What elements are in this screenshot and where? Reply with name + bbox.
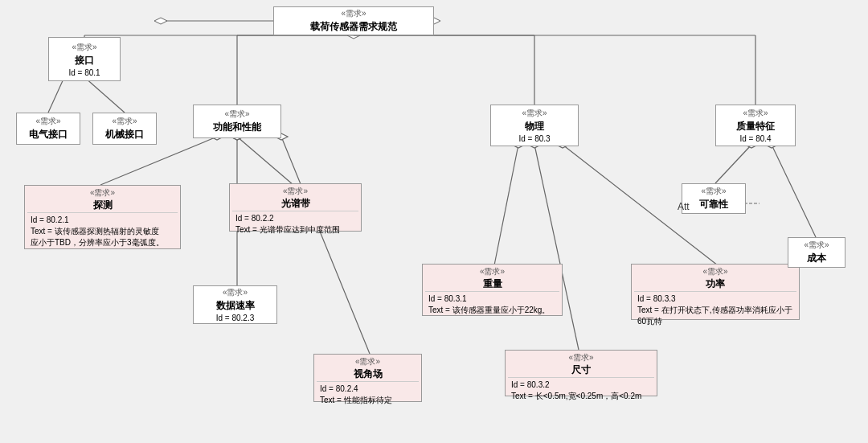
functional-stereotype: «需求»: [224, 109, 249, 120]
node-cost: «需求» 成本: [788, 237, 845, 268]
power-stereotype: «需求»: [702, 267, 727, 276]
interface-stereotype: «需求»: [72, 42, 96, 53]
quality-stereotype: «需求»: [743, 108, 768, 119]
node-mechanical: «需求» 机械接口: [92, 113, 157, 145]
node-interface: «需求» 接口 Id = 80.1: [48, 37, 121, 81]
svg-line-25: [494, 145, 518, 265]
svg-line-31: [715, 145, 751, 183]
physical-stereotype: «需求»: [522, 108, 547, 119]
spectral-id: Id = 80.2.2: [235, 213, 355, 224]
weight-title: 重量: [483, 278, 502, 289]
root-title: 载荷传感器需求规范: [310, 20, 397, 34]
svg-marker-12: [154, 18, 167, 24]
reliability-stereotype: «需求»: [701, 186, 726, 197]
power-text: Text = 在打开状态下,传感器功率消耗应小于60瓦特: [637, 305, 793, 327]
size-title: 尺寸: [571, 364, 591, 375]
spectral-stereotype: «需求»: [283, 187, 308, 195]
node-physical: «需求» 物理 Id = 80.3: [490, 105, 579, 146]
weight-body: Id = 80.3.1 Text = 该传感器重量应小于22kg。: [425, 291, 559, 318]
svg-line-33: [772, 145, 816, 237]
att-label: Att: [678, 201, 690, 212]
cost-title: 成本: [807, 252, 826, 265]
power-id: Id = 80.3.3: [637, 293, 793, 305]
power-body: Id = 80.3.3 Text = 在打开状态下,传感器功率消耗应小于60瓦特: [634, 291, 796, 329]
electrical-stereotype: «需求»: [35, 116, 60, 127]
physical-id: Id = 80.3: [518, 134, 550, 143]
fov-body: Id = 80.2.4 Text = 性能指标待定: [317, 381, 419, 408]
detection-id: Id = 80.2.1: [31, 215, 174, 226]
node-spectral: «需求» 光谱带 Id = 80.2.2 Text = 光谱带应达到中度范围: [229, 183, 362, 232]
reliability-title: 可靠性: [699, 198, 728, 211]
spectral-body: Id = 80.2.2 Text = 光谱带应达到中度范围: [232, 211, 358, 237]
svg-line-14: [48, 77, 64, 113]
size-text: Text = 长<0.5m,宽<0.25m，高<0.2m: [511, 391, 651, 402]
node-electrical: «需求» 电气接口: [16, 113, 80, 145]
physical-title: 物理: [525, 120, 544, 133]
node-size: «需求» 尺寸 Id = 80.3.2 Text = 长<0.5m,宽<0.25…: [505, 350, 657, 396]
spectral-text: Text = 光谱带应达到中度范围: [235, 224, 355, 236]
node-datarate: «需求» 数据速率 Id = 80.2.3: [193, 285, 277, 324]
datarate-title: 数据速率: [216, 299, 255, 313]
quality-id: Id = 80.4: [739, 134, 771, 143]
node-quality: «需求» 质量特征 Id = 80.4: [715, 105, 796, 146]
svg-line-19: [237, 137, 293, 185]
functional-title: 功能和性能: [213, 121, 261, 134]
fov-id: Id = 80.2.4: [320, 384, 416, 395]
quality-title: 质量特征: [736, 120, 775, 133]
power-title: 功率: [706, 278, 725, 289]
electrical-title: 电气接口: [29, 128, 68, 142]
node-root: «需求» 载荷传感器需求规范: [273, 6, 434, 35]
weight-text: Text = 该传感器重量应小于22kg。: [428, 305, 556, 316]
node-power: «需求» 功率 Id = 80.3.3 Text = 在打开状态下,传感器功率消…: [631, 264, 800, 320]
size-stereotype: «需求»: [568, 353, 593, 362]
size-id: Id = 80.3.2: [511, 379, 651, 391]
weight-stereotype: «需求»: [480, 267, 505, 276]
node-fov: «需求» 视角场 Id = 80.2.4 Text = 性能指标待定: [313, 354, 422, 402]
fov-title: 视角场: [354, 368, 383, 379]
spectral-title: 光谱带: [281, 198, 310, 209]
mechanical-stereotype: «需求»: [112, 116, 137, 127]
node-functional: «需求» 功能和性能: [193, 105, 281, 138]
datarate-id: Id = 80.2.3: [216, 314, 255, 322]
node-detection: «需求» 探测 Id = 80.2.1 Text = 该传感器探测热辐射的灵敏度…: [24, 185, 181, 249]
detection-body: Id = 80.2.1 Text = 该传感器探测热辐射的灵敏度应小于TBD，分…: [27, 212, 178, 250]
datarate-stereotype: «需求»: [223, 287, 248, 298]
diagram-container: «需求» 载荷传感器需求规范 «需求» 接口 Id = 80.1 «需求» 电气…: [0, 0, 868, 443]
weight-id: Id = 80.3.1: [428, 293, 556, 305]
detection-stereotype: «需求»: [90, 188, 115, 197]
detection-text: Text = 该传感器探测热辐射的灵敏度应小于TBD，分辨率应小于3毫弧度。: [31, 226, 174, 248]
mechanical-title: 机械接口: [105, 128, 144, 142]
root-stereotype: «需求»: [341, 8, 366, 19]
detection-title: 探测: [93, 199, 113, 211]
node-weight: «需求» 重量 Id = 80.3.1 Text = 该传感器重量应小于22kg…: [422, 264, 563, 316]
svg-line-27: [534, 145, 579, 350]
interface-id: Id = 80.1: [68, 68, 100, 77]
node-reliability: «需求» 可靠性: [682, 183, 746, 214]
fov-text: Text = 性能指标待定: [320, 395, 416, 406]
size-body: Id = 80.3.2 Text = 长<0.5m,宽<0.25m，高<0.2m: [508, 377, 654, 404]
svg-line-23: [281, 137, 370, 354]
svg-line-16: [84, 77, 125, 113]
fov-stereotype: «需求»: [355, 357, 380, 366]
interface-title: 接口: [75, 54, 94, 68]
cost-stereotype: «需求»: [804, 240, 829, 251]
